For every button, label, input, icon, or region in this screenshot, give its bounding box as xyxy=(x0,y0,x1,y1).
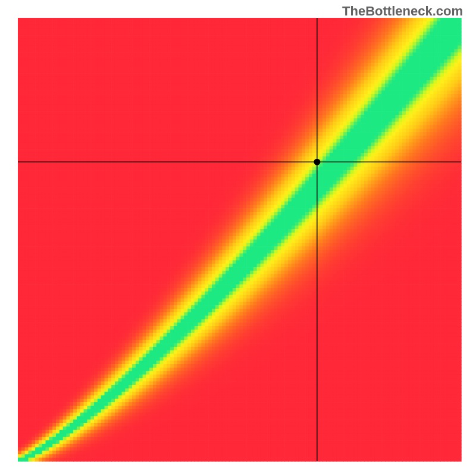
chart-container: TheBottleneck.com xyxy=(0,0,476,476)
watermark-text: TheBottleneck.com xyxy=(342,4,463,19)
heatmap-canvas xyxy=(0,0,476,476)
